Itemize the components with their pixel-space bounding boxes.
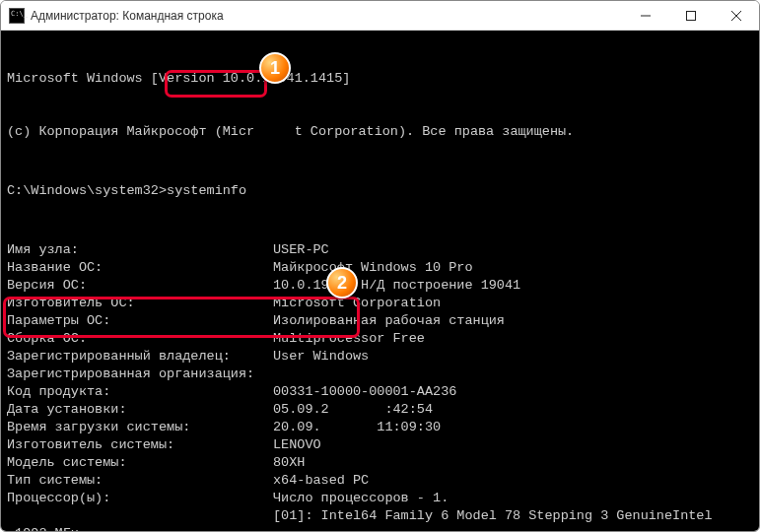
info-value: x64-based PC <box>273 472 369 490</box>
info-label: Тип системы: <box>7 472 273 490</box>
cmd-icon <box>9 8 25 24</box>
info-row: [01]: Intel64 Family 6 Model 78 Stepping… <box>7 507 753 525</box>
maximize-button[interactable] <box>668 1 714 31</box>
prompt-command: systeminfo <box>167 183 246 198</box>
header-line-1: Microsoft Windows [Version 10.0.19041.14… <box>7 70 753 88</box>
info-row: Код продукта:00331-10000-00001-AA236 <box>7 383 753 401</box>
window-title: Администратор: Командная строка <box>31 9 623 23</box>
header-line-2: (c) Корпорация Майкрософт (Micr t Corpor… <box>7 123 753 141</box>
info-row: Дата установки:05.09.2 :42:54 <box>7 401 753 419</box>
info-value: 10.0.19041 Н/Д построение 19041 <box>273 277 520 295</box>
info-label: Сборка ОС: <box>7 330 273 348</box>
info-row: ~1992 МГц <box>7 525 753 531</box>
info-label: Код продукта: <box>7 383 273 401</box>
info-row: Параметры ОС:Изолированная рабочая станц… <box>7 312 753 330</box>
info-label: Параметры ОС: <box>7 312 273 330</box>
prompt-path: C:\Windows\system32> <box>7 183 167 198</box>
terminal-output[interactable]: Microsoft Windows [Version 10.0.19041.14… <box>1 31 759 531</box>
info-value: Число процессоров - 1. <box>273 490 449 507</box>
info-value: Multiprocessor Free <box>273 330 425 348</box>
info-row: Зарегистрированная организация: <box>7 366 753 383</box>
info-row: Имя узла:USER-PC <box>7 241 753 259</box>
info-value: Майкрософт Windows 10 Pro <box>273 259 473 277</box>
info-label: Процессор(ы): <box>7 490 273 507</box>
info-label <box>7 507 273 525</box>
info-label: Изготовитель ОС: <box>7 295 273 312</box>
info-label: Изготовитель системы: <box>7 436 273 454</box>
info-label: Время загрузки системы: <box>7 419 273 436</box>
info-row: Время загрузки системы:20.09. 11:09:30 <box>7 419 753 436</box>
info-value: LENOVO <box>273 436 321 454</box>
info-label: Зарегистрированная организация: <box>7 366 273 383</box>
info-row: Название ОС:Майкрософт Windows 10 Pro <box>7 259 753 277</box>
prompt-line: C:\Windows\system32>systeminfo <box>7 182 753 200</box>
info-value: USER-PC <box>273 241 329 259</box>
info-row: Зарегистрированный владелец:User Windows <box>7 348 753 366</box>
info-value: 20.09. 11:09:30 <box>273 419 441 436</box>
info-value: 80XH <box>273 454 305 472</box>
close-button[interactable] <box>714 1 759 31</box>
info-row: Тип системы:x64-based PC <box>7 472 753 490</box>
titlebar: Администратор: Командная строка <box>1 1 759 31</box>
info-row: Изготовитель системы:LENOVO <box>7 436 753 454</box>
info-row: Сборка ОС:Multiprocessor Free <box>7 330 753 348</box>
info-label: ~1992 МГц <box>7 525 273 531</box>
info-value: User Windows <box>273 348 369 366</box>
info-value: Microsoft Corporation <box>273 295 441 312</box>
info-label: Версия ОС: <box>7 277 273 295</box>
info-row: Процессор(ы):Число процессоров - 1. <box>7 490 753 507</box>
info-value: 00331-10000-00001-AA236 <box>273 383 456 401</box>
info-label: Название ОС: <box>7 259 273 277</box>
info-label: Зарегистрированный владелец: <box>7 348 273 366</box>
info-label: Дата установки: <box>7 401 273 419</box>
svg-rect-1 <box>687 11 696 20</box>
info-value: 05.09.2 :42:54 <box>273 401 433 419</box>
info-row: Модель системы:80XH <box>7 454 753 472</box>
info-label: Модель системы: <box>7 454 273 472</box>
minimize-button[interactable] <box>623 1 668 31</box>
info-row: Изготовитель ОС:Microsoft Corporation <box>7 295 753 312</box>
info-label: Имя узла: <box>7 241 273 259</box>
info-value: [01]: Intel64 Family 6 Model 78 Stepping… <box>273 507 713 525</box>
info-row: Версия ОС:10.0.19041 Н/Д построение 1904… <box>7 277 753 295</box>
info-value: Изолированная рабочая станция <box>273 312 505 330</box>
